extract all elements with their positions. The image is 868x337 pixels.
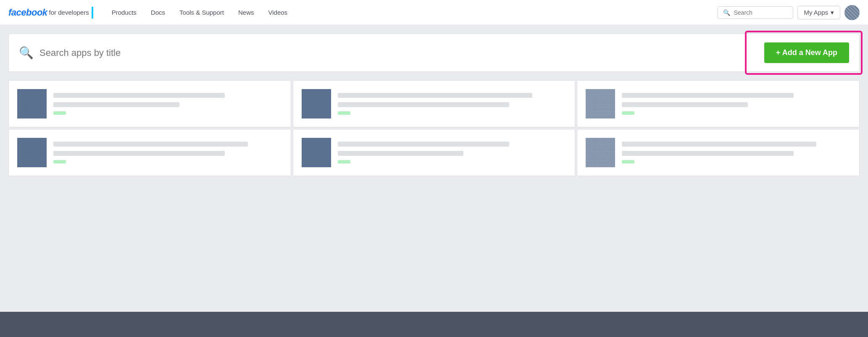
- search-icon-main: 🔍: [19, 46, 34, 60]
- logo-facebook: facebook: [8, 7, 47, 18]
- search-icon: 🔍: [723, 9, 730, 16]
- app-subtitle-line: [53, 151, 225, 156]
- app-info: [338, 142, 567, 163]
- app-title-line: [622, 93, 794, 98]
- footer: [0, 312, 868, 337]
- app-subtitle-line: [622, 151, 794, 156]
- nav-item-tools-support[interactable]: Tools & Support: [174, 6, 230, 18]
- app-title-line: [338, 142, 510, 147]
- avatar[interactable]: [844, 5, 860, 20]
- nav: Products Docs Tools & Support News Video…: [106, 6, 718, 18]
- search-bar-section: 🔍 + Add a New App: [8, 34, 860, 72]
- app-title-line: [338, 93, 532, 98]
- app-icon: [17, 89, 47, 118]
- app-status-badge: [53, 111, 66, 115]
- app-title-line: [622, 142, 816, 147]
- logo-bar: [92, 7, 93, 18]
- add-new-app-button[interactable]: + Add a New App: [764, 42, 849, 63]
- list-item[interactable]: [577, 129, 860, 176]
- list-item[interactable]: [577, 80, 860, 127]
- app-status-badge: [338, 111, 350, 115]
- app-status-badge: [53, 160, 66, 163]
- app-icon: [586, 89, 615, 118]
- nav-item-products[interactable]: Products: [106, 6, 142, 18]
- app-status-badge: [338, 160, 350, 163]
- header: facebook for developers Products Docs To…: [0, 0, 868, 25]
- list-item[interactable]: [8, 129, 291, 176]
- app-info: [622, 142, 851, 163]
- app-subtitle-line: [338, 102, 510, 107]
- app-title-line: [53, 142, 248, 147]
- nav-item-docs[interactable]: Docs: [145, 6, 171, 18]
- app-icon: [302, 89, 331, 118]
- search-bar-left: 🔍: [19, 46, 756, 60]
- avatar-image: [844, 5, 860, 20]
- app-info: [338, 93, 567, 115]
- chevron-down-icon: ▾: [831, 9, 834, 16]
- app-icon: [302, 138, 331, 167]
- app-subtitle-line: [338, 151, 464, 156]
- logo-fordevs: for developers: [49, 9, 89, 16]
- app-info: [622, 93, 851, 115]
- app-icon: [17, 138, 47, 167]
- my-apps-label: My Apps: [804, 9, 828, 16]
- app-subtitle-line: [622, 102, 748, 107]
- app-icon: [586, 138, 615, 167]
- add-new-app-label: + Add a New App: [776, 48, 837, 57]
- header-right: 🔍 My Apps ▾: [718, 5, 860, 20]
- main-content: 🔍 + Add a New App: [0, 25, 868, 312]
- logo[interactable]: facebook for developers: [8, 7, 93, 18]
- search-box[interactable]: 🔍: [718, 6, 793, 19]
- search-input[interactable]: [734, 9, 788, 16]
- app-info: [53, 93, 282, 115]
- search-apps-input[interactable]: [39, 47, 756, 58]
- list-item[interactable]: [293, 80, 576, 127]
- app-info: [53, 142, 282, 163]
- app-status-badge: [622, 160, 634, 163]
- app-subtitle-line: [53, 102, 179, 107]
- nav-item-videos[interactable]: Videos: [262, 6, 293, 18]
- apps-grid: [8, 80, 860, 176]
- app-title-line: [53, 93, 225, 98]
- my-apps-button[interactable]: My Apps ▾: [797, 6, 840, 19]
- nav-item-news[interactable]: News: [232, 6, 260, 18]
- list-item[interactable]: [8, 80, 291, 127]
- app-status-badge: [622, 111, 634, 115]
- list-item[interactable]: [293, 129, 576, 176]
